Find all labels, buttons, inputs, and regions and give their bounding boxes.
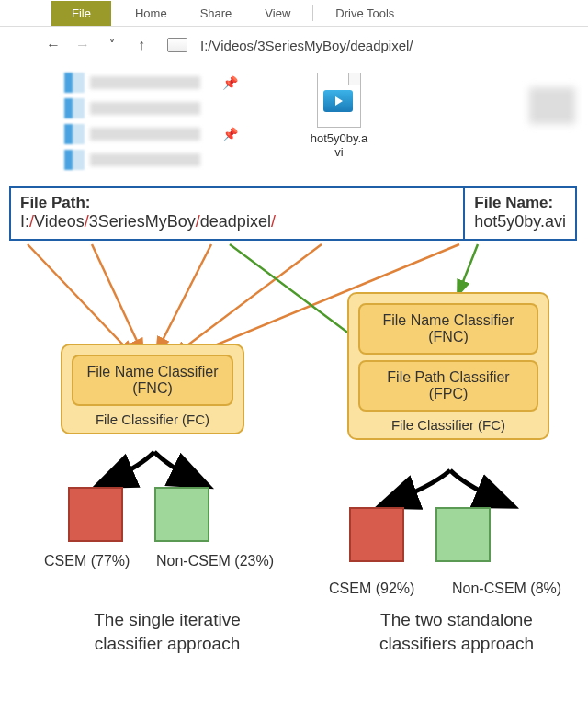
file-pane: 📌 📌 hot5y0by.a vi [0,63,588,186]
back-icon[interactable]: ← [42,37,64,53]
svg-line-5 [458,244,478,296]
tab-share[interactable]: Share [184,2,249,25]
pin-icon: 📌 [222,127,238,141]
result-caption-right-noncsem: Non-CSEM (8%) [452,581,561,597]
approach-label-left: The single iterative classifier approach [75,608,259,655]
forward-icon[interactable]: → [72,37,94,53]
classifier-box-right: File Name Classifier (FNC) File Path Cla… [347,292,549,440]
tab-separator [312,5,313,21]
svg-line-0 [28,244,134,356]
svg-line-3 [173,244,322,356]
svg-line-2 [156,244,211,353]
result-caption-left-csem: CSEM (77%) [44,553,130,570]
drive-icon [167,38,187,52]
file-path-cell: File Path: I:/Videos/3SeriesMyBoy/deadpi… [11,188,465,239]
pin-icon: 📌 [222,75,238,90]
result-caption-right-csem: CSEM (92%) [329,581,414,597]
fc-label-left: File Classifier (FC) [72,412,233,427]
file-item-video[interactable]: hot5y0by.a vi [293,73,385,170]
nav-tree-blurred: 📌 📌 [64,73,238,170]
fc-label-right: File Classifier (FC) [358,417,538,433]
result-row-right [349,507,491,562]
tab-file[interactable]: File [51,1,111,26]
result-csem-box [68,487,123,542]
result-csem-box [349,507,404,562]
file-path-value: I:/Videos/3SeriesMyBoy/deadpixel/ [20,212,454,231]
file-name-value: hot5y0by.avi [474,212,566,231]
diagram-area: File Name Classifier (FNC) File Classifi… [0,241,588,626]
tab-home[interactable]: Home [119,2,184,25]
video-file-icon [317,73,361,128]
file-item-label: hot5y0by.a vi [311,131,368,159]
navigation-bar: ← → ˅ ↑ I:/Videos/3SeriesMyBoy/deadpixel… [0,27,588,63]
svg-line-1 [92,244,143,355]
address-bar[interactable]: I:/Videos/3SeriesMyBoy/deadpixel/ [195,34,559,57]
up-icon[interactable]: ↑ [130,37,153,53]
result-noncsem-box [435,507,491,562]
file-name-label: File Name: [474,194,566,212]
result-noncsem-box [154,487,209,542]
fnc-box-right: File Name Classifier (FNC) [358,303,538,355]
result-row-left [68,487,209,542]
recent-dropdown-icon[interactable]: ˅ [101,37,123,54]
file-path-label: File Path: [20,194,454,212]
preview-blurred [529,87,575,124]
tab-drive-tools[interactable]: Drive Tools [319,2,411,25]
fnc-box-left: File Name Classifier (FNC) [72,355,233,406]
info-row: File Path: I:/Videos/3SeriesMyBoy/deadpi… [9,186,577,241]
classifier-box-left: File Name Classifier (FNC) File Classifi… [61,344,244,434]
approach-label-right: The two standalone classifiers approach [360,608,553,655]
tab-view[interactable]: View [248,2,307,25]
play-icon [323,90,353,112]
fpc-box-right: File Path Classifier (FPC) [358,360,538,412]
explorer-ribbon: File Home Share View Drive Tools [0,0,588,27]
result-caption-left-noncsem: Non-CSEM (23%) [156,553,274,570]
file-name-cell: File Name: hot5y0by.avi [465,188,575,239]
